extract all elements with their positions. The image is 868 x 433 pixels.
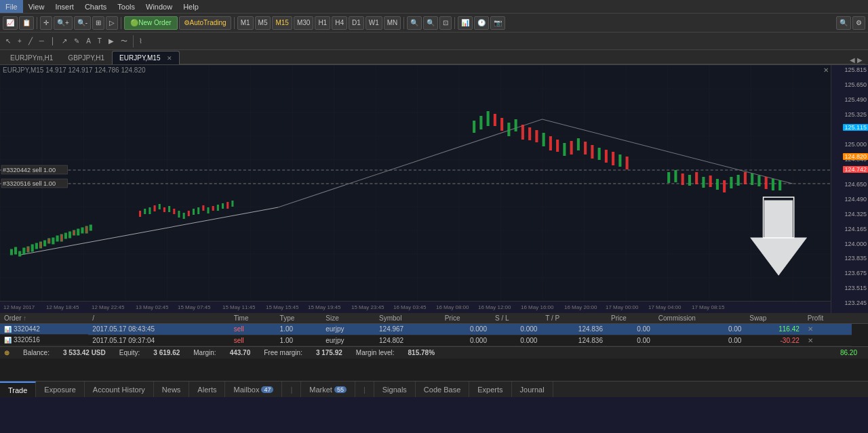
line-btn[interactable]: ╱ bbox=[26, 34, 35, 49]
price-125490: 125.490 bbox=[844, 96, 867, 103]
table-row[interactable]: 📊 3320516 2017.05.17 09:37:04 sell 1.00 … bbox=[0, 335, 868, 346]
zoom-out-btn[interactable]: 🔍- bbox=[74, 16, 91, 30]
time-15: 17 May 04:00 bbox=[648, 304, 681, 310]
svg-rect-33 bbox=[168, 206, 170, 212]
zoom-in-btn[interactable]: 🔍+ bbox=[54, 16, 73, 30]
svg-rect-41 bbox=[207, 207, 209, 213]
period-sep-btn[interactable]: ⊞ bbox=[92, 16, 104, 30]
svg-rect-73 bbox=[688, 175, 691, 186]
cell-close-1[interactable]: ✕ bbox=[804, 324, 852, 335]
tab-trade[interactable]: Trade bbox=[0, 382, 36, 397]
tf-d1[interactable]: D1 bbox=[349, 16, 364, 30]
time-1: 12 May 18:45 bbox=[46, 304, 79, 310]
new-chart-btn[interactable]: 📈 bbox=[3, 16, 18, 30]
tf-mn[interactable]: MN bbox=[384, 16, 401, 30]
pencil-btn[interactable]: ✎ bbox=[71, 34, 82, 49]
menu-file[interactable]: File bbox=[0, 0, 23, 13]
cell-close-2[interactable]: ✕ bbox=[804, 335, 852, 346]
price-125650: 125.650 bbox=[844, 81, 867, 88]
hline-btn[interactable]: ─ bbox=[37, 34, 47, 49]
svg-text:#3320516 sell 1.00: #3320516 sell 1.00 bbox=[3, 180, 56, 187]
svg-rect-23 bbox=[77, 229, 79, 235]
crosshair-btn[interactable]: ✛ bbox=[40, 16, 52, 30]
search-btn[interactable]: 🔍 bbox=[836, 16, 851, 30]
label-btn[interactable]: T bbox=[95, 34, 104, 49]
svg-rect-16 bbox=[48, 239, 50, 243]
sep2 bbox=[121, 17, 121, 29]
main-toolbar: 📈 📋 ✛ 🔍+ 🔍- ⊞ ▷ 🟢 New Order ⚙ AutoTradin… bbox=[0, 14, 868, 33]
chart-symbol-info: EURJPY,M15 14.917 124.917 124.786 124.82… bbox=[3, 66, 146, 74]
menu-help[interactable]: Help bbox=[178, 0, 204, 13]
svg-rect-85 bbox=[772, 179, 774, 190]
clock-btn[interactable]: 🕐 bbox=[474, 16, 489, 30]
tab-signals[interactable]: Signals bbox=[374, 382, 416, 397]
tab-experts[interactable]: Experts bbox=[469, 382, 511, 397]
svg-rect-53 bbox=[515, 119, 517, 131]
tab-market[interactable]: Market 55 bbox=[301, 382, 355, 397]
tf-h1[interactable]: H1 bbox=[315, 16, 330, 30]
chart-tab-eurjpy-m15[interactable]: EURJPY,M15 ✕ bbox=[112, 51, 179, 64]
zoom-plus-btn[interactable]: 🔍 bbox=[407, 16, 422, 30]
time-13: 16 May 20:00 bbox=[564, 304, 597, 310]
elliot-btn[interactable]: 〜 bbox=[118, 34, 130, 49]
tab-separator2: | bbox=[355, 382, 374, 397]
time-16: 17 May 08:15 bbox=[692, 304, 724, 310]
table-row[interactable]: 📊 3320442 2017.05.17 08:43:45 sell 1.00 … bbox=[0, 324, 868, 335]
chart-tab-gbpjpy-h1[interactable]: GBPJPY,H1 bbox=[60, 51, 112, 64]
crosshair-draw-btn[interactable]: + bbox=[15, 34, 24, 49]
svg-rect-47 bbox=[473, 121, 475, 133]
tf-m15[interactable]: M15 bbox=[272, 16, 292, 30]
chart-close-btn[interactable]: ✕ bbox=[823, 66, 829, 74]
tab-journal[interactable]: Journal bbox=[512, 382, 553, 397]
fib-btn[interactable]: ⌇ bbox=[136, 34, 145, 49]
cell-size-2: 1.00 bbox=[276, 335, 322, 346]
cell-comm-1: 0.00 bbox=[607, 324, 654, 335]
menu-view[interactable]: View bbox=[23, 0, 50, 13]
tf-m5[interactable]: M5 bbox=[255, 16, 271, 30]
tf-w1[interactable]: W1 bbox=[366, 16, 382, 30]
tf-m1[interactable]: M1 bbox=[237, 16, 254, 30]
menu-window[interactable]: Window bbox=[140, 0, 178, 13]
templates-btn[interactable]: 📋 bbox=[19, 16, 34, 30]
tab-alerts[interactable]: Alerts bbox=[189, 382, 225, 397]
menu-tools[interactable]: Tools bbox=[112, 0, 140, 13]
auto-trading-btn[interactable]: ⚙ AutoTrading bbox=[179, 16, 231, 30]
balance-label: Balance: bbox=[23, 349, 50, 356]
arrow-tool-btn[interactable]: ▶ bbox=[106, 34, 117, 49]
tab-exposure[interactable]: Exposure bbox=[36, 382, 84, 397]
menu-insert[interactable]: Insert bbox=[50, 0, 79, 13]
indicators-btn[interactable]: 📊 bbox=[458, 16, 473, 30]
tab-mailbox[interactable]: Mailbox 47 bbox=[225, 382, 282, 397]
cursor-btn[interactable]: ↖ bbox=[3, 34, 14, 49]
cell-profit-1: 116.42 bbox=[745, 324, 804, 335]
menu-charts[interactable]: Charts bbox=[79, 0, 112, 13]
chart-shift-btn[interactable]: ▷ bbox=[106, 16, 118, 30]
close-icon-1[interactable]: ✕ bbox=[808, 325, 813, 333]
close-icon-2[interactable]: ✕ bbox=[808, 337, 813, 344]
text-btn[interactable]: A bbox=[83, 34, 94, 49]
tf-h4[interactable]: H4 bbox=[332, 16, 347, 30]
tf-m30[interactable]: M30 bbox=[294, 16, 313, 30]
zoom-minus-btn[interactable]: 🔍 bbox=[423, 16, 438, 30]
price-124742-highlight: 124.742 bbox=[843, 166, 868, 173]
trendline-btn[interactable]: ↗ bbox=[59, 34, 70, 49]
svg-rect-12 bbox=[31, 245, 33, 251]
tab-exposure-label: Exposure bbox=[44, 386, 75, 394]
time-9: 16 May 03:45 bbox=[393, 304, 426, 310]
tab-trade-label: Trade bbox=[8, 386, 27, 394]
tab-codebase[interactable]: Code Base bbox=[416, 382, 469, 397]
price-124650: 124.650 bbox=[844, 181, 867, 188]
tab-account-history[interactable]: Account History bbox=[85, 382, 154, 397]
vline-btn[interactable]: │ bbox=[48, 34, 58, 49]
chart-tab-close-2[interactable]: ✕ bbox=[167, 55, 172, 62]
settings-btn[interactable]: ⚙ bbox=[852, 16, 865, 30]
new-order-btn[interactable]: 🟢 New Order bbox=[124, 16, 177, 30]
price-125000: 125.000 bbox=[844, 141, 867, 148]
chart-tab-eurjpym-h1[interactable]: EURJPYm,H1 bbox=[3, 51, 60, 64]
chart-fit-btn[interactable]: ⊡ bbox=[439, 16, 452, 30]
svg-rect-50 bbox=[494, 114, 496, 126]
tab-news[interactable]: News bbox=[154, 382, 190, 397]
snapshot-btn[interactable]: 📷 bbox=[490, 16, 505, 30]
terminal-scroll[interactable]: Order ↑ / Time Type Size Symbol Price S … bbox=[0, 313, 868, 346]
draw-toolbar: ↖ + ╱ ─ │ ↗ ✎ A T ▶ 〜 ⌇ bbox=[0, 33, 868, 50]
